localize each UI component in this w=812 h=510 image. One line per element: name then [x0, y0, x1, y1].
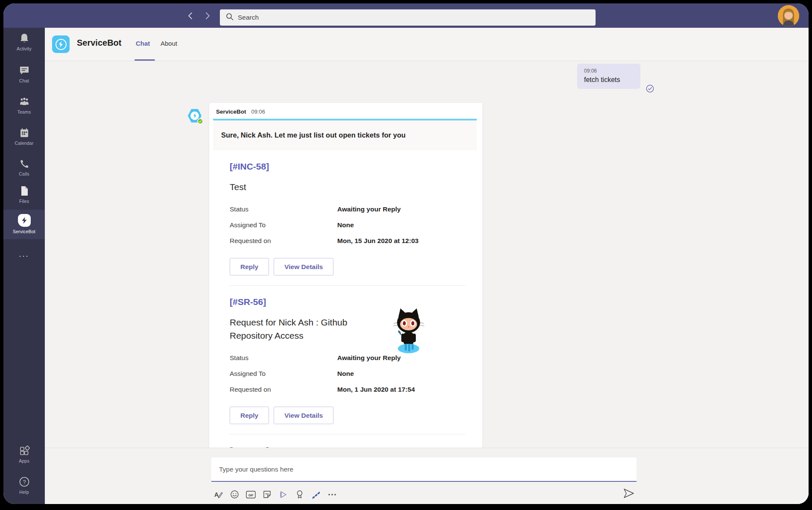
- bot-name: ServiceBot: [216, 108, 246, 115]
- sidebar-item-chat[interactable]: Chat: [3, 65, 45, 83]
- assigned-value: None: [337, 370, 354, 378]
- files-icon: [20, 185, 29, 196]
- left-rail: Activity Chat Teams: [3, 28, 45, 504]
- bot-avatar: [187, 108, 202, 123]
- gif-icon[interactable]: GIF: [245, 489, 256, 500]
- ticket-item: [#INC-58] Test StatusAwaiting your Reply…: [230, 161, 465, 286]
- ribbon-icon[interactable]: [294, 489, 305, 500]
- user-message-bubble[interactable]: 09:06 fetch tickets: [577, 64, 640, 89]
- svg-text:A: A: [214, 491, 219, 498]
- composer: A GIF: [45, 448, 809, 504]
- more-options-icon[interactable]: [327, 489, 337, 500]
- view-details-button[interactable]: View Details: [274, 258, 333, 276]
- sidebar-label: Calendar: [15, 141, 33, 146]
- top-bar: Search: [3, 3, 809, 28]
- servicebot-app-icon: [52, 35, 70, 53]
- sidebar-item-servicebot[interactable]: ServiceBot: [3, 210, 45, 239]
- ticket-divider: [230, 285, 465, 286]
- sidebar-label: Chat: [19, 78, 29, 83]
- sidebar-item-files[interactable]: Files: [3, 185, 45, 204]
- sidebar-item-apps[interactable]: Apps: [3, 445, 45, 463]
- ticket-divider: [230, 434, 465, 434]
- sidebar-label: Teams: [18, 109, 31, 114]
- svg-text:GIF: GIF: [248, 493, 254, 496]
- tab-about[interactable]: About: [161, 40, 177, 47]
- bot-intro-text: Sure, Nick Ash. Let me just list out ope…: [213, 120, 477, 150]
- ticket-id-link[interactable]: [#INC-58]: [230, 161, 465, 172]
- page-title: ServiceBot: [77, 38, 122, 48]
- reply-button[interactable]: Reply: [230, 407, 269, 424]
- assigned-label: Assigned To: [230, 221, 337, 229]
- stream-icon[interactable]: [278, 489, 289, 500]
- sidebar-item-calls[interactable]: Calls: [3, 159, 45, 176]
- message-input[interactable]: [211, 457, 637, 482]
- ticket-title: Request for Nick Ash : Github Repository…: [230, 316, 371, 342]
- teams-window: Search Activity Chat: [3, 3, 809, 504]
- bot-message-card: ServiceBot 09:06 Sure, Nick Ash. Let me …: [209, 103, 482, 448]
- sidebar-label: ServiceBot: [13, 229, 35, 234]
- calls-icon: [19, 159, 29, 169]
- sidebar-label: Activity: [17, 46, 32, 51]
- bell-icon: [19, 33, 29, 44]
- emoji-icon[interactable]: [229, 489, 240, 500]
- send-icon[interactable]: [623, 488, 635, 500]
- requested-value: Mon, 15 Jun 2020 at 12:03: [337, 237, 418, 245]
- more-apps-button[interactable]: ...: [3, 250, 45, 259]
- octocat-image: [391, 306, 426, 357]
- reply-button[interactable]: Reply: [230, 258, 269, 276]
- main-area: ServiceBot Chat About 09:06 fetch ticket…: [45, 28, 809, 504]
- ticket-title: Test: [230, 180, 371, 193]
- ticket-item: [#SR-56] Request for Nick Ash : Github R…: [230, 297, 465, 434]
- sidebar-label: Apps: [19, 458, 29, 463]
- servicebot-icon: [18, 214, 31, 227]
- ticket-id-link[interactable]: [#SR-56]: [230, 297, 465, 307]
- app-header: ServiceBot Chat About: [45, 28, 809, 61]
- help-icon: ?: [19, 476, 30, 487]
- calendar-icon: [19, 128, 29, 138]
- teams-icon: [18, 97, 30, 107]
- requested-label: Requested on: [230, 386, 337, 393]
- user-avatar[interactable]: [778, 5, 799, 26]
- view-details-button[interactable]: View Details: [274, 407, 333, 424]
- forward-chevron-icon[interactable]: [202, 10, 213, 21]
- message-text: fetch tickets: [584, 76, 634, 84]
- requested-value: Mon, 1 Jun 2020 at 17:54: [337, 386, 415, 393]
- format-icon[interactable]: A: [213, 489, 224, 500]
- sent-check-icon: [646, 85, 654, 94]
- search-input[interactable]: Search: [220, 9, 596, 26]
- steps-icon[interactable]: [310, 489, 321, 500]
- assigned-label: Assigned To: [230, 370, 337, 378]
- status-value: Awaiting your Reply: [337, 205, 401, 213]
- requested-label: Requested on: [230, 237, 337, 245]
- sidebar-item-activity[interactable]: Activity: [3, 33, 45, 51]
- message-timestamp: 09:06: [584, 68, 634, 74]
- apps-icon: [19, 445, 30, 456]
- chat-icon: [19, 65, 30, 76]
- sidebar-item-calendar[interactable]: Calendar: [3, 128, 45, 146]
- sidebar-label: Files: [19, 199, 29, 204]
- status-label: Status: [230, 354, 337, 362]
- back-chevron-icon[interactable]: [185, 10, 196, 21]
- sidebar-item-teams[interactable]: Teams: [3, 97, 45, 114]
- bot-message-timestamp: 09:06: [251, 108, 266, 115]
- ticket-list: [#INC-58] Test StatusAwaiting your Reply…: [209, 161, 482, 448]
- search-icon: [226, 13, 234, 22]
- sidebar-label: Help: [19, 489, 29, 495]
- active-tab-underline: [134, 59, 155, 61]
- svg-text:?: ?: [23, 479, 26, 485]
- presence-check-icon: [197, 118, 203, 124]
- sidebar-label: Calls: [19, 171, 29, 176]
- chat-area: 09:06 fetch tickets: [45, 62, 809, 448]
- sticker-icon[interactable]: [262, 489, 272, 500]
- tab-chat[interactable]: Chat: [136, 40, 150, 47]
- assigned-value: None: [337, 221, 354, 229]
- search-placeholder: Search: [238, 14, 259, 21]
- status-label: Status: [230, 205, 337, 213]
- sidebar-item-help[interactable]: ? Help: [3, 476, 45, 495]
